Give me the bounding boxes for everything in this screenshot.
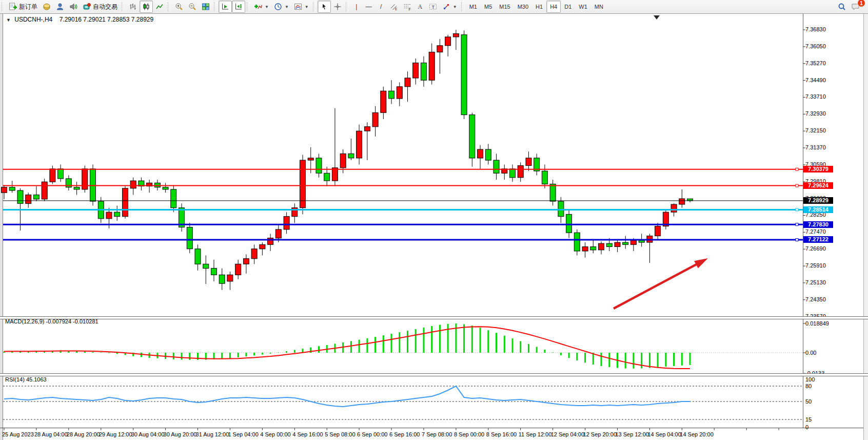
macd-indicator-label: MACD(12,26,9) -0.007924 -0.010281 (5, 318, 98, 324)
panel-splitter-rsi[interactable] (0, 373, 868, 376)
chart-title: ▼ USDCNH-,H4 7.29016 7.29021 7.28853 7.2… (6, 16, 153, 23)
rsi-indicator (3, 386, 803, 419)
annotation-arrow[interactable] (614, 258, 708, 309)
candlesticks (2, 30, 693, 290)
rsi-indicator-label: RSI(14) 45.1063 (5, 376, 47, 382)
panel-splitter-macd[interactable] (0, 316, 868, 319)
time-axis-ticks (4, 428, 779, 430)
chart-symbol-period: USDCNH-,H4 (14, 16, 52, 23)
chart-menu-icon[interactable]: ▼ (6, 17, 11, 23)
chart-shift-marker[interactable] (654, 15, 660, 20)
chart-ohlc-values: 7.29016 7.29021 7.28853 7.28929 (60, 16, 154, 23)
price-axis-ticks (803, 30, 805, 317)
macd-indicator (3, 323, 805, 373)
trading-terminal-window: 新订单 自动交易 (0, 0, 868, 440)
